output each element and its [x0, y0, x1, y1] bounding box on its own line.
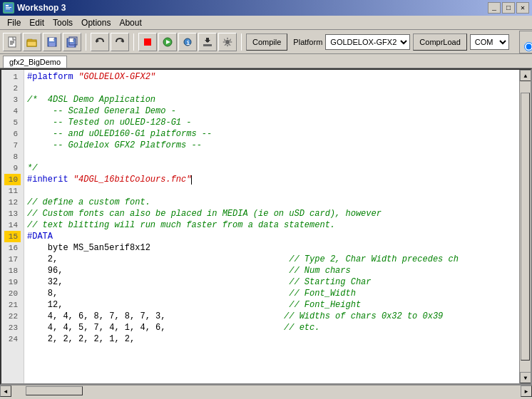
- separator-3: [241, 33, 242, 51]
- line-number-8: 8: [4, 151, 21, 162]
- svg-rect-4: [9, 37, 16, 47]
- line-number-11: 11: [4, 185, 21, 197]
- code-line-1: #platform "GOLDELOX-GFX2": [27, 71, 516, 83]
- code-line-8: [27, 151, 516, 162]
- destination-ram[interactable]: Ram: [524, 42, 532, 51]
- svg-rect-22: [144, 38, 151, 46]
- code-line-16: byte MS_5an5erif8x12: [27, 242, 516, 254]
- line-number-3: 3: [4, 94, 21, 105]
- line-number-5: 5: [4, 117, 21, 128]
- menu-bar: File Edit Tools Options About: [0, 16, 532, 30]
- code-line-12: // define a custom font.: [27, 197, 516, 208]
- code-line-20: 8, // Font_Width: [27, 288, 516, 299]
- line-numbers: 123456789101112131415161718192021222324: [1, 70, 24, 383]
- compile-button[interactable]: Compile: [246, 33, 287, 51]
- line-number-1: 1: [4, 71, 21, 83]
- tab-bar: gfx2_BigDemo: [0, 54, 532, 68]
- code-line-24: 2, 2, 2, 2, 1, 2,: [27, 333, 516, 345]
- app-icon: [3, 2, 14, 14]
- scroll-thumb[interactable]: [521, 93, 530, 361]
- line-number-23: 23: [4, 322, 21, 333]
- line-number-12: 12: [4, 197, 21, 208]
- line-number-20: 20: [4, 288, 21, 299]
- settings-button[interactable]: [218, 33, 237, 51]
- saveall-button[interactable]: [63, 33, 81, 51]
- platform-label: Platform: [293, 38, 322, 46]
- line-number-24: 24: [4, 333, 21, 345]
- debug-button[interactable]: i: [178, 33, 197, 51]
- svg-point-30: [225, 40, 230, 44]
- menu-edit[interactable]: Edit: [25, 16, 48, 29]
- svg-rect-14: [53, 38, 54, 41]
- code-line-18: 96, // Num chars: [27, 265, 516, 276]
- code-line-7: -- Goldelox GFX2 Platforms --: [27, 140, 516, 151]
- run-button[interactable]: [158, 33, 177, 51]
- code-line-10: #inherit "4DGL_16bitColours.fnc": [27, 174, 516, 185]
- edit-buttons: [91, 33, 129, 51]
- code-line-2: [27, 83, 516, 94]
- scroll-up-button[interactable]: ▲: [520, 70, 531, 81]
- menu-file[interactable]: File: [3, 16, 25, 29]
- open-button[interactable]: [23, 33, 41, 51]
- window-controls[interactable]: _ □ ✕: [488, 2, 529, 14]
- line-number-2: 2: [4, 83, 21, 94]
- stop-button[interactable]: [138, 33, 157, 51]
- code-line-22: 4, 4, 6, 8, 7, 8, 7, 3, // Widths of cha…: [27, 311, 516, 322]
- code-line-19: 32, // Starting Char: [27, 276, 516, 288]
- scroll-left-button[interactable]: ◄: [0, 385, 11, 397]
- code-line-21: 12, // Font_Height: [27, 299, 516, 311]
- line-number-13: 13: [4, 208, 21, 219]
- svg-rect-10: [27, 41, 36, 46]
- line-number-9: 9: [4, 162, 21, 174]
- line-number-16: 16: [4, 242, 21, 254]
- code-line-14: // text blitting will run much faster fr…: [27, 219, 516, 231]
- svg-rect-27: [203, 44, 212, 46]
- destination-title: Destination: [524, 33, 532, 41]
- scrollbar-h-track[interactable]: [11, 385, 521, 396]
- vertical-scrollbar[interactable]: ▲ ▼: [519, 70, 531, 383]
- code-line-9: */: [27, 162, 516, 174]
- separator-2: [133, 33, 134, 51]
- download-button[interactable]: [198, 33, 217, 51]
- menu-tools[interactable]: Tools: [48, 16, 77, 29]
- platform-select[interactable]: GOLDELOX-GFX2 GOLDELOX PICASO: [325, 34, 410, 50]
- svg-rect-12: [49, 38, 54, 41]
- toolbar: i Compile Platform GOLDELOX-GFX2 GOLDELO…: [0, 30, 532, 54]
- new-button[interactable]: [3, 33, 21, 51]
- file-buttons: [3, 33, 81, 51]
- line-number-21: 21: [4, 299, 21, 311]
- close-button[interactable]: ✕: [516, 2, 529, 14]
- window-title: Workshop 3: [17, 3, 66, 13]
- menu-options[interactable]: Options: [77, 16, 115, 29]
- destination-options: Ram Flash: [524, 42, 532, 51]
- code-line-6: -- and uOLED160-G1 platforms --: [27, 128, 516, 140]
- line-number-17: 17: [4, 254, 21, 265]
- redo-button[interactable]: [111, 33, 129, 51]
- editor-container: 123456789101112131415161718192021222324 …: [0, 68, 532, 385]
- comprload-button[interactable]: ComprLoad: [413, 33, 466, 51]
- svg-rect-18: [73, 39, 73, 41]
- code-line-11: [27, 185, 516, 197]
- com-select[interactable]: COM 1 COM 2 COM 3 COM 4: [470, 34, 509, 50]
- undo-button[interactable]: [91, 33, 109, 51]
- menu-about[interactable]: About: [115, 16, 145, 29]
- svg-rect-13: [49, 43, 55, 46]
- line-number-19: 19: [4, 276, 21, 288]
- minimize-button[interactable]: _: [488, 2, 501, 14]
- destination-box: Destination Ram Flash: [519, 31, 532, 53]
- line-number-4: 4: [4, 105, 21, 117]
- code-line-17: 2, // Type 2, Char Width precedes ch: [27, 254, 516, 265]
- scroll-down-button[interactable]: ▼: [520, 372, 531, 383]
- save-button[interactable]: [43, 33, 61, 51]
- svg-rect-2: [6, 7, 11, 8]
- scroll-right-button[interactable]: ►: [521, 385, 532, 397]
- tab-gfx2bigdemo[interactable]: gfx2_BigDemo: [3, 56, 67, 68]
- title-bar: Workshop 3 _ □ ✕: [0, 0, 532, 16]
- code-line-15: #DATA: [27, 231, 516, 242]
- scrollbar-h-thumb[interactable]: [26, 386, 83, 395]
- maximize-button[interactable]: □: [502, 2, 515, 14]
- line-number-18: 18: [4, 265, 21, 276]
- code-editor[interactable]: #platform "GOLDELOX-GFX2" /* 4DSL Demo A…: [24, 70, 519, 383]
- horizontal-scrollbar[interactable]: ◄ ►: [0, 385, 532, 396]
- svg-text:i: i: [186, 40, 190, 47]
